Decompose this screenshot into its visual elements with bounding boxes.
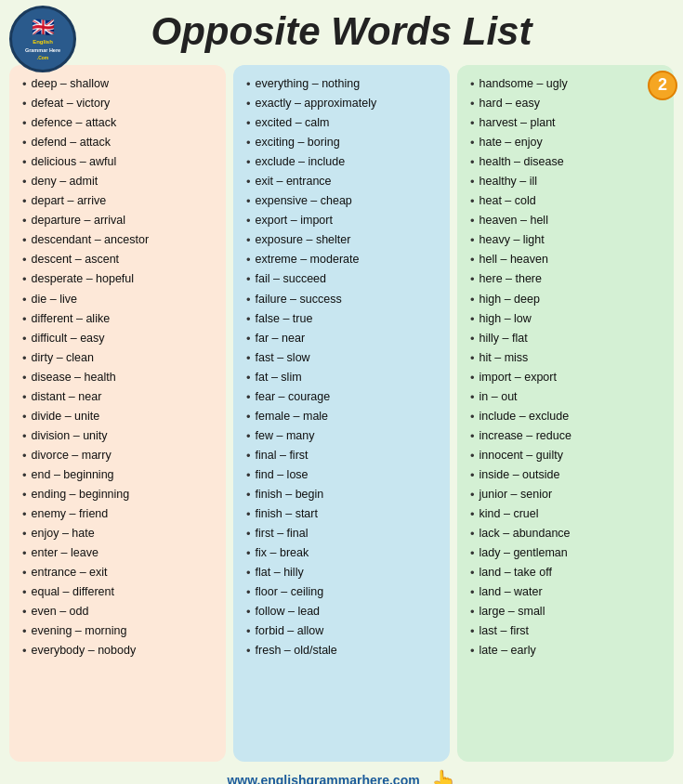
list-item: •even – odd	[22, 602, 217, 621]
word-pair: hilly – flat	[479, 329, 528, 347]
bullet-icon: •	[246, 602, 251, 621]
word-pair: exciting – boring	[256, 133, 340, 151]
bullet-icon: •	[246, 133, 251, 152]
word-pair: hate – enjoy	[479, 133, 543, 151]
bullet-icon: •	[470, 172, 475, 191]
list-item: •kind – cruel	[470, 504, 664, 524]
list-item: •inside – outside	[470, 465, 664, 485]
list-item: •harvest – plant	[470, 113, 664, 133]
word-pair: distant – near	[32, 387, 102, 406]
logo: 🇬🇧 English Grammar Here .Com	[9, 6, 76, 72]
bullet-icon: •	[470, 485, 475, 504]
word-pair: forbid – allow	[256, 621, 324, 640]
bullet-icon: •	[246, 230, 251, 250]
bullet-icon: •	[246, 250, 251, 269]
bullet-icon: •	[22, 602, 27, 621]
bullet-icon: •	[22, 368, 27, 387]
bullet-icon: •	[470, 94, 475, 113]
bullet-icon: •	[470, 368, 475, 387]
list-item: •hit – miss	[470, 348, 664, 368]
bullet-icon: •	[246, 348, 251, 368]
bullet-icon: •	[22, 524, 27, 543]
content-area: •deep – shallow•defeat – victory•defence…	[0, 59, 683, 765]
list-item: •heaven – hell	[470, 211, 664, 230]
word-pair: far – near	[256, 329, 306, 347]
bullet-icon: •	[470, 465, 475, 485]
bullet-icon: •	[22, 641, 27, 660]
bullet-icon: •	[246, 641, 251, 660]
list-item: •fix – break	[246, 543, 440, 563]
list-item: •fat – slim	[246, 368, 440, 387]
bullet-icon: •	[22, 426, 27, 446]
footer: www.englishgrammarhere.com 👆	[0, 765, 683, 784]
bullet-icon: •	[246, 543, 251, 563]
word-pair: equal – different	[32, 582, 114, 601]
list-item: •different – alike	[22, 309, 217, 329]
list-item: •high – deep	[470, 290, 664, 309]
list-item: •defence – attack	[22, 113, 217, 133]
bullet-icon: •	[22, 465, 27, 485]
word-pair: kind – cruel	[479, 504, 539, 523]
word-pair: exclude – include	[256, 152, 346, 171]
bullet-icon: •	[470, 230, 475, 250]
word-pair: inside – outside	[479, 465, 560, 484]
word-pair: false – true	[256, 309, 313, 328]
footer-url: www.englishgrammarhere.com	[227, 773, 419, 784]
word-pair: different – alike	[32, 309, 111, 328]
word-pair: import – export	[479, 368, 557, 386]
word-pair: large – small	[479, 602, 545, 621]
list-item: •descent – ascent	[22, 250, 217, 269]
word-pair: last – first	[479, 621, 530, 640]
bullet-icon: •	[470, 74, 475, 94]
list-item: •exactly – approximately	[246, 94, 440, 113]
bullet-icon: •	[22, 94, 27, 113]
word-pair: healthy – ill	[479, 172, 538, 190]
bullet-icon: •	[246, 329, 251, 348]
word-pair: high – deep	[479, 290, 540, 308]
list-item: •hate – enjoy	[470, 133, 664, 152]
word-pair: heaven – hell	[479, 211, 548, 229]
list-item: •heavy – light	[470, 230, 664, 250]
word-pair: handsome – ugly	[479, 74, 568, 93]
bullet-icon: •	[246, 465, 251, 485]
list-item: •floor – ceiling	[246, 582, 440, 602]
word-pair: land – take off	[479, 563, 552, 581]
word-pair: defeat – victory	[32, 94, 111, 112]
list-item: •flat – hilly	[246, 563, 440, 582]
list-item: •everything – nothing	[246, 74, 440, 94]
list-item: •exciting – boring	[246, 133, 440, 152]
badge-number: 2	[648, 71, 677, 100]
bullet-icon: •	[470, 621, 475, 641]
word-pair: hell – heaven	[479, 250, 548, 268]
bullet-icon: •	[470, 309, 475, 329]
bullet-icon: •	[246, 269, 251, 289]
bullet-icon: •	[470, 407, 475, 426]
word-pair: die – live	[32, 290, 77, 308]
list-item: •fresh – old/stale	[246, 641, 440, 660]
list-item: •junior – senior	[470, 485, 664, 504]
list-item: •failure – success	[246, 290, 440, 309]
word-pair: end – beginning	[32, 465, 114, 484]
bullet-icon: •	[470, 641, 475, 660]
list-item: •high – low	[470, 309, 664, 329]
word-pair: everything – nothing	[256, 74, 361, 93]
word-pair: evening – morning	[32, 621, 127, 640]
list-item: •dirty – clean	[22, 348, 217, 368]
list-item: •health – disease	[470, 152, 664, 172]
word-pair: divorce – marry	[32, 446, 112, 464]
bullet-icon: •	[22, 485, 27, 504]
word-pair: ending – beginning	[32, 485, 130, 503]
list-item: •everybody – nobody	[22, 641, 217, 660]
bullet-icon: •	[246, 582, 251, 602]
list-item: •few – many	[246, 426, 440, 446]
bullet-icon: •	[470, 269, 475, 289]
word-pair: division – unity	[32, 426, 108, 445]
list-item: •here – there	[470, 269, 664, 289]
list-item: •export – import	[246, 211, 440, 230]
word-pair: high – low	[479, 309, 532, 328]
bullet-icon: •	[246, 621, 251, 641]
list-item: •defeat – victory	[22, 94, 217, 113]
list-item: •disease – health	[22, 368, 217, 387]
list-item: •hell – heaven	[470, 250, 664, 269]
bullet-icon: •	[22, 172, 27, 191]
